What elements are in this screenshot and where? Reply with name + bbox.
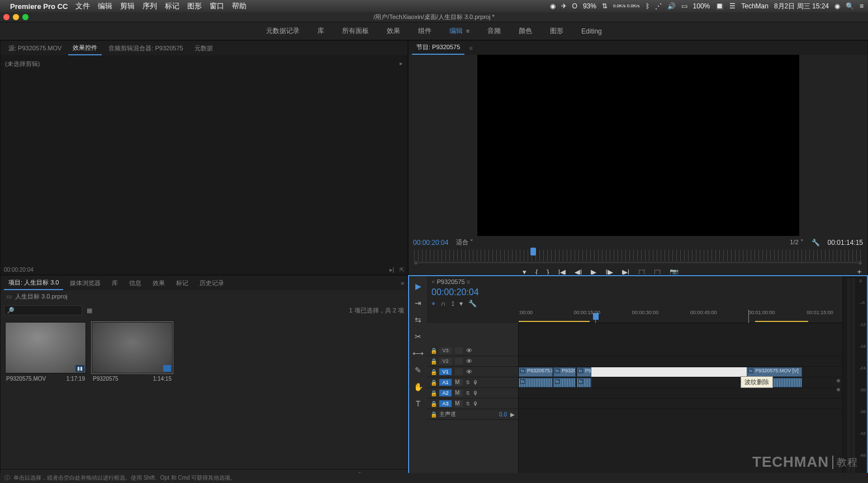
out-point-icon[interactable]: } [547,268,549,276]
timeline-timecode[interactable]: 00:00:20:04 [431,287,479,297]
go-out-icon[interactable]: ▶| [622,268,629,276]
tabs-overflow-icon[interactable]: » [401,280,404,286]
tab-effect-controls[interactable]: 效果控件 [68,41,102,55]
ws-editing[interactable]: Editing [581,27,602,35]
marker-tag-icon[interactable]: ▾ [459,300,463,307]
track-select-tool-icon[interactable]: ⇥ [412,297,424,309]
ws-assembly[interactable]: 组件 [418,26,431,36]
ws-audio[interactable]: 音频 [487,26,501,36]
play-icon[interactable]: ▶ [591,268,596,276]
program-video-frame[interactable] [477,55,799,236]
bin-item[interactable]: P93205751:14:15 [92,322,173,384]
track-area[interactable]: P9320575.M P9320 P93 P9320575.MOV [V] 波纹… [519,323,842,474]
tab-info[interactable]: 信息 [125,277,146,290]
video-clip[interactable]: P93 [577,367,591,377]
track-header-a2[interactable]: 🔒A2MS🎙 [427,388,518,399]
timeline-playhead[interactable] [593,313,599,320]
audio-clip[interactable] [553,378,576,387]
step-fwd-icon[interactable]: |▶ [605,268,613,276]
step-icon[interactable]: ▸| [390,267,394,273]
go-in-icon[interactable]: |◀ [558,268,566,276]
siri-icon[interactable]: ◉ [834,2,840,10]
menu-marker[interactable]: 标记 [165,1,179,11]
traffic-lights[interactable] [3,14,29,20]
filter-icon[interactable]: ▦ [87,307,92,314]
snap-icon[interactable]: ⌖ [431,300,435,307]
menu-graphics[interactable]: 图形 [187,1,202,11]
track-header-v2[interactable]: 🔒V2👁 [427,356,518,367]
minimize-window-icon[interactable] [13,14,19,20]
tab-program[interactable]: 节目: P9320575 [412,41,464,55]
selection-tool-icon[interactable]: ▶ [412,281,424,292]
audio-clip[interactable] [519,378,553,387]
battery-icon[interactable]: 🔲 [715,2,724,10]
tab-effects[interactable]: 效果 [148,277,169,290]
date-time[interactable]: 8月2日 周三 15:24 [774,2,829,11]
ws-library[interactable]: 库 [317,26,324,36]
flag-icon[interactable]: ☰ [729,2,736,10]
program-scrubber[interactable] [414,250,862,261]
display-icon[interactable]: ▭ [681,2,687,10]
export-frame-icon[interactable]: 📷 [670,268,679,276]
program-tc-left[interactable]: 00:00:20:04 [413,239,448,247]
link-icon[interactable]: ∩ [441,300,446,307]
extract-icon[interactable]: ⬚ [654,268,661,276]
settings-icon[interactable]: 🔧 [812,239,820,247]
volume-icon[interactable]: 🔊 [667,2,676,10]
track-header-v3[interactable]: 🔒V3👁 [427,345,518,356]
ws-color[interactable]: 颜色 [519,26,532,36]
marker-add-icon[interactable]: ⟟ [452,300,454,307]
ws-metadata[interactable]: 元数据记录 [266,26,300,36]
ripple-tool-icon[interactable]: ⇆ [412,314,424,325]
ws-effects[interactable]: 效果 [387,26,400,36]
tab-media-browser[interactable]: 媒体浏览器 [65,277,105,290]
tab-project[interactable]: 项目: 人生目标 3.0 [4,276,63,290]
menu-edit[interactable]: 编辑 [98,1,112,11]
ws-allpanels[interactable]: 所有面板 [342,26,369,36]
pen-tool-icon[interactable]: ✎ [412,364,424,376]
menu-file[interactable]: 文件 [75,1,90,11]
lift-icon[interactable]: ⬚ [638,268,645,276]
battery-100[interactable]: 100% [693,2,710,10]
hand-tool-icon[interactable]: ✋ [412,381,424,392]
menu-clip[interactable]: 剪辑 [120,1,135,11]
user-name[interactable]: TechMan [741,2,769,10]
type-tool-icon[interactable]: T [412,398,424,409]
resolution-select[interactable]: 1/2 ˅ [790,239,803,246]
clip-thumbnail[interactable]: ▮▮ [5,322,86,373]
maximize-window-icon[interactable] [22,14,29,20]
updown-icon[interactable]: ⇅ [602,2,608,10]
spotlight-icon[interactable]: 🔍 [846,2,854,10]
wrench-icon[interactable]: 🔧 [468,300,477,307]
bin-item[interactable]: ▮▮ P9320575.MOV1:17:19 [5,322,86,384]
timeline-gap[interactable] [591,367,747,377]
step-back-icon[interactable]: ◀| [575,268,582,276]
marker-icon[interactable]: ▾ [523,268,527,276]
sequence-thumbnail[interactable] [92,322,173,373]
status-icon[interactable]: ✈ [561,2,567,10]
program-playhead[interactable] [530,248,536,255]
menu-help[interactable]: 帮助 [232,1,246,11]
tab-audio-mixer[interactable]: 音频剪辑混合器: P9320575 [104,42,187,55]
battery-pct[interactable]: 93% [583,2,596,10]
video-clip[interactable]: P9320575.MOV [V] [747,367,801,377]
app-name[interactable]: Premiere Pro CC [10,2,68,11]
track-header-v1[interactable]: 🔒V1👁 [427,367,518,377]
export-icon[interactable]: ⇱ [400,267,404,273]
track-header-master[interactable]: 🔒主声道0.0▶ [427,409,518,420]
video-clip[interactable]: P9320 [553,367,576,377]
wifi-icon[interactable]: ⋰ [655,2,662,10]
slip-tool-icon[interactable]: ⟷ [412,348,424,359]
search-input[interactable]: 🔎 [4,305,82,315]
razor-tool-icon[interactable]: ✂ [412,331,424,342]
tab-markers[interactable]: 标记 [172,277,193,290]
track-header-a1[interactable]: 🔒A1MS🎙 [427,377,518,388]
bluetooth-icon[interactable]: ᛒ [646,2,649,10]
menu-window[interactable]: 窗口 [210,1,224,11]
track-header-a3[interactable]: 🔒A3MS🎙 [427,399,518,409]
ws-graphics[interactable]: 图形 [550,26,563,36]
status-icon[interactable]: ◉ [550,2,556,10]
sequence-tab[interactable]: P9320575 [437,278,465,285]
expand-icon[interactable]: ▸ [400,60,403,68]
opera-icon[interactable]: O [572,2,577,10]
